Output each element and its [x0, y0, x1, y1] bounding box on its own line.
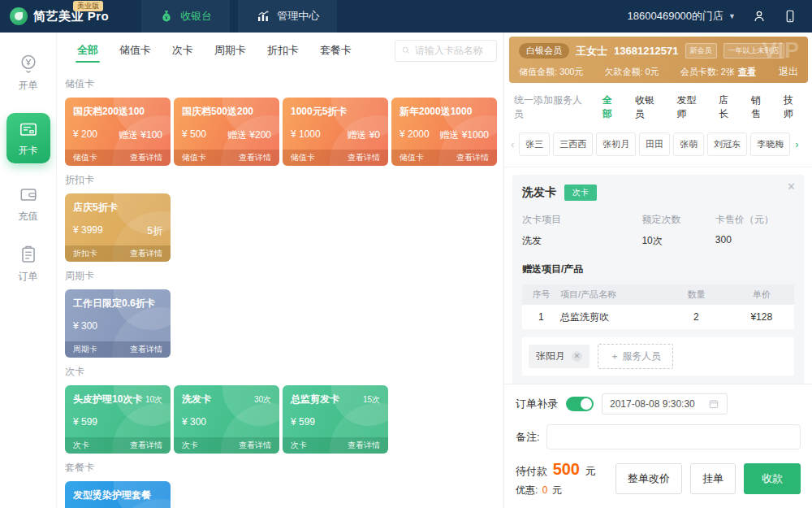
staff-filter-manager[interactable]: 店长: [719, 93, 737, 121]
member-tag: 新会员: [685, 43, 717, 59]
card-item[interactable]: 1000元5折卡 ¥ 1000赠送 ¥0 储值卡查看详情: [283, 98, 388, 166]
card-detail-link[interactable]: 查看详情: [130, 248, 162, 259]
order-makeup-toggle[interactable]: [566, 397, 594, 411]
card-item[interactable]: 发型烫染护理套餐 ¥ 12299 自定义卡查看详情: [65, 481, 171, 508]
card-gift: 赠送 ¥0: [347, 128, 380, 142]
staff-chip[interactable]: 张三: [519, 132, 550, 156]
card-item[interactable]: 工作日限定0.6折卡 ¥ 300 周期卡查看详情: [65, 289, 171, 358]
card-type: 次卡: [73, 440, 89, 451]
gift-section-title: 赠送项目/产品: [522, 263, 794, 276]
member-card-icon: [18, 119, 39, 140]
tablet-icon[interactable]: [783, 9, 797, 24]
app-logo: 简艺美业 Pro 美业版: [10, 0, 109, 33]
gift-row-price: ¥128: [729, 311, 794, 323]
card-detail-link[interactable]: 查看详情: [348, 152, 380, 163]
card-price: ¥ 2000: [400, 128, 430, 142]
stored-value-cards: 国庆档200送100 ¥ 200赠送 ¥100 储值卡查看详情 国庆档500送2…: [65, 98, 495, 166]
card-detail-link[interactable]: 查看详情: [239, 440, 271, 451]
catalog-tab-period[interactable]: 周期卡: [204, 33, 257, 68]
period-cards: 工作日限定0.6折卡 ¥ 300 周期卡查看详情: [65, 289, 495, 358]
collect-payment-button[interactable]: 收款: [744, 463, 801, 494]
section-title: 储值卡: [65, 77, 495, 91]
gift-col-price: 单价: [729, 289, 794, 301]
chevron-left-icon[interactable]: ‹: [509, 138, 516, 150]
gift-col-no: 序号: [522, 289, 560, 301]
card-detail-link[interactable]: 查看详情: [130, 344, 162, 355]
card-item[interactable]: 国庆档500送200 ¥ 500赠送 ¥200 储值卡查看详情: [174, 98, 279, 166]
assigned-staff-chip[interactable]: 张阳月 ✕: [529, 345, 590, 368]
card-price: ¥ 300: [182, 416, 206, 428]
view-cards-link[interactable]: 查看: [738, 66, 756, 78]
staff-filter-stylist[interactable]: 发型师: [677, 93, 706, 121]
staff-chip[interactable]: 田田: [639, 132, 670, 156]
card-item[interactable]: 新年2000送1000 ¥ 2000赠送 ¥1000 储值卡查看详情: [391, 98, 497, 166]
reprice-button[interactable]: 整单改价: [615, 463, 682, 494]
discount-value: 0: [542, 484, 548, 496]
datetime-value: 2017-08-08 9:30:30: [610, 398, 695, 410]
catalog-tab-all[interactable]: 全部: [67, 33, 109, 68]
staff-chip[interactable]: 刘冠东: [707, 132, 747, 156]
section-title: 折扣卡: [65, 173, 495, 187]
edition-badge: 美业版: [73, 1, 103, 11]
card-type: 折扣卡: [73, 248, 97, 259]
tab-management[interactable]: 管理中心: [238, 0, 337, 33]
discount-label: 优惠:: [516, 484, 538, 496]
calendar-icon: [708, 398, 719, 410]
card-item[interactable]: 头皮护理10次卡10次 ¥ 599 次卡查看详情: [65, 385, 171, 454]
sidebar-item-create-order[interactable]: 开单: [18, 53, 39, 93]
catalog-tab-stored-value[interactable]: 储值卡: [109, 33, 162, 68]
amount-summary: 待付款 500 元 优惠: 0 元: [516, 460, 596, 497]
add-staff-button[interactable]: ＋ 服务人员: [598, 344, 673, 369]
due-unit: 元: [585, 465, 596, 477]
card-name: 国庆档200送100: [73, 105, 145, 119]
member-cards-label: 会员卡数:: [680, 66, 719, 78]
member-cards-value: 2张: [721, 66, 735, 78]
top-navbar: 简艺美业 Pro 美业版 收银台 管理中心 18600469000的门店 ▼: [0, 0, 812, 33]
datetime-picker[interactable]: 2017-08-08 9:30:30: [602, 393, 728, 415]
sidebar-item-recharge[interactable]: 充值: [18, 184, 39, 224]
card-gift: 赠送 ¥1000: [439, 128, 489, 142]
catalog-tab-package[interactable]: 套餐卡: [309, 33, 362, 68]
sidebar-item-open-card[interactable]: 开卡: [6, 113, 50, 163]
card-detail-link[interactable]: 查看详情: [239, 152, 271, 163]
selected-card-detail: ✕ 洗发卡 次卡 次卡项目 额定次数 卡售价（元） 洗发 10次 300 赠送项…: [512, 175, 804, 385]
catalog-tab-times[interactable]: 次卡: [162, 33, 204, 68]
search-input[interactable]: [415, 45, 490, 56]
staff-filter-cashier[interactable]: 收银员: [635, 93, 663, 121]
sidebar-item-orders[interactable]: 订单: [18, 244, 39, 284]
card-detail-link[interactable]: 查看详情: [348, 440, 380, 451]
staff-chip[interactable]: 张初月: [596, 132, 636, 156]
staff-chip-row: ‹ 张三 三西西 张初月 田田 张萌 刘冠东 李晓梅 ›: [504, 130, 812, 167]
debt-amount-value: 0元: [646, 66, 659, 78]
gift-row-qty: 2: [663, 311, 728, 323]
card-item[interactable]: 国庆档200送100 ¥ 200赠送 ¥100 储值卡查看详情: [65, 98, 171, 166]
store-selector[interactable]: 18600469000的门店 ▼: [628, 9, 736, 24]
card-name: 总监剪发卡: [291, 393, 339, 406]
catalog-tab-discount[interactable]: 折扣卡: [257, 33, 309, 68]
hold-order-button[interactable]: 挂单: [690, 463, 736, 494]
card-detail-link[interactable]: 查看详情: [130, 152, 162, 163]
card-name: 1000元5折卡: [291, 105, 347, 119]
note-input[interactable]: [546, 424, 801, 449]
logout-member-link[interactable]: 退出: [779, 65, 798, 79]
card-item[interactable]: 洗发卡30次 ¥ 300 次卡查看详情: [174, 385, 279, 454]
chevron-right-icon[interactable]: ›: [793, 138, 800, 150]
staff-filter-sales[interactable]: 销售: [751, 93, 770, 121]
card-item[interactable]: 店庆5折卡 ¥ 39995折 折扣卡查看详情: [65, 193, 171, 262]
card-type: 储值卡: [291, 152, 315, 163]
user-icon[interactable]: [752, 9, 767, 24]
remove-staff-icon[interactable]: ✕: [572, 351, 582, 362]
staff-filter-all[interactable]: 全部: [603, 93, 621, 121]
card-detail-link[interactable]: 查看详情: [456, 152, 489, 163]
staff-chip[interactable]: 张萌: [673, 132, 704, 156]
tab-cashier[interactable]: 收银台: [141, 0, 230, 33]
card-detail-link[interactable]: 查看详情: [130, 440, 162, 451]
tab-cashier-label: 收银台: [180, 9, 212, 24]
close-icon[interactable]: ✕: [787, 180, 796, 193]
staff-filter-technician[interactable]: 技师: [784, 93, 802, 121]
card-item[interactable]: 总监剪发卡15次 ¥ 599 次卡查看详情: [283, 385, 388, 454]
card-search: [395, 40, 497, 62]
staff-chip[interactable]: 李晓梅: [750, 132, 790, 156]
staff-chip[interactable]: 三西西: [553, 132, 593, 156]
gift-col-qty: 数量: [663, 289, 728, 301]
